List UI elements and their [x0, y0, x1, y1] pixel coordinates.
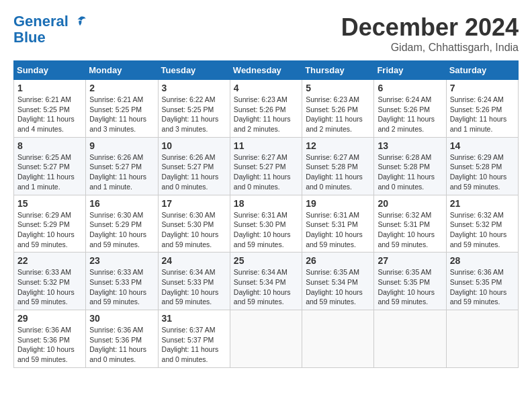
day-info: Sunrise: 6:26 AM Sunset: 5:27 PM Dayligh…	[89, 152, 154, 192]
calendar-cell: 29 Sunrise: 6:36 AM Sunset: 5:36 PM Dayl…	[14, 310, 86, 368]
title-block: December 2024 Gidam, Chhattisgarh, India	[341, 13, 519, 54]
calendar-cell: 8 Sunrise: 6:25 AM Sunset: 5:27 PM Dayli…	[14, 137, 86, 195]
day-number: 5	[306, 83, 370, 93]
calendar-cell	[302, 310, 374, 368]
day-number: 9	[89, 140, 154, 151]
day-info: Sunrise: 6:27 AM Sunset: 5:27 PM Dayligh…	[234, 152, 298, 192]
day-info: Sunrise: 6:29 AM Sunset: 5:28 PM Dayligh…	[450, 152, 515, 192]
calendar-cell: 15 Sunrise: 6:29 AM Sunset: 5:29 PM Dayl…	[14, 195, 86, 253]
day-number: 21	[450, 198, 515, 209]
day-number: 10	[162, 140, 226, 151]
day-number: 2	[89, 83, 154, 93]
day-number: 23	[89, 255, 154, 266]
calendar-cell: 12 Sunrise: 6:27 AM Sunset: 5:28 PM Dayl…	[302, 137, 374, 195]
header-friday: Friday	[374, 61, 446, 80]
header-sunday: Sunday	[14, 61, 86, 80]
calendar-cell	[230, 310, 302, 368]
calendar-cell: 13 Sunrise: 6:28 AM Sunset: 5:28 PM Dayl…	[374, 137, 446, 195]
day-info: Sunrise: 6:26 AM Sunset: 5:27 PM Dayligh…	[162, 152, 226, 192]
day-info: Sunrise: 6:21 AM Sunset: 5:25 PM Dayligh…	[89, 95, 154, 134]
header-tuesday: Tuesday	[158, 61, 230, 80]
day-number: 17	[162, 198, 226, 209]
day-number: 31	[162, 313, 226, 324]
day-number: 19	[306, 198, 370, 209]
calendar-cell: 27 Sunrise: 6:35 AM Sunset: 5:35 PM Dayl…	[374, 253, 446, 310]
page-header: General Blue December 2024 Gidam, Chhatt…	[13, 13, 519, 54]
day-info: Sunrise: 6:30 AM Sunset: 5:30 PM Dayligh…	[162, 210, 226, 250]
calendar-week-row: 8 Sunrise: 6:25 AM Sunset: 5:27 PM Dayli…	[14, 137, 519, 195]
day-info: Sunrise: 6:24 AM Sunset: 5:26 PM Dayligh…	[450, 95, 515, 134]
day-info: Sunrise: 6:34 AM Sunset: 5:33 PM Dayligh…	[162, 267, 226, 307]
day-number: 15	[17, 198, 82, 209]
calendar-cell: 19 Sunrise: 6:31 AM Sunset: 5:31 PM Dayl…	[302, 195, 374, 253]
calendar-cell: 6 Sunrise: 6:24 AM Sunset: 5:26 PM Dayli…	[374, 80, 446, 138]
day-number: 11	[234, 140, 298, 151]
calendar-cell: 9 Sunrise: 6:26 AM Sunset: 5:27 PM Dayli…	[86, 137, 158, 195]
calendar-week-row: 22 Sunrise: 6:33 AM Sunset: 5:32 PM Dayl…	[14, 253, 519, 310]
calendar-cell: 22 Sunrise: 6:33 AM Sunset: 5:32 PM Dayl…	[14, 253, 86, 310]
day-number: 26	[306, 255, 370, 266]
calendar-cell: 16 Sunrise: 6:30 AM Sunset: 5:29 PM Dayl…	[86, 195, 158, 253]
day-number: 22	[17, 255, 82, 266]
day-info: Sunrise: 6:31 AM Sunset: 5:30 PM Dayligh…	[234, 210, 298, 250]
day-number: 6	[378, 83, 442, 93]
calendar-cell: 24 Sunrise: 6:34 AM Sunset: 5:33 PM Dayl…	[158, 253, 230, 310]
day-number: 8	[17, 140, 82, 151]
day-number: 25	[234, 255, 298, 266]
calendar-week-row: 29 Sunrise: 6:36 AM Sunset: 5:36 PM Dayl…	[14, 310, 519, 368]
day-number: 3	[162, 83, 226, 93]
day-info: Sunrise: 6:30 AM Sunset: 5:29 PM Dayligh…	[89, 210, 154, 250]
calendar-cell: 21 Sunrise: 6:32 AM Sunset: 5:32 PM Dayl…	[446, 195, 518, 253]
day-number: 16	[89, 198, 154, 209]
day-info: Sunrise: 6:28 AM Sunset: 5:28 PM Dayligh…	[378, 152, 442, 192]
day-info: Sunrise: 6:35 AM Sunset: 5:35 PM Dayligh…	[378, 267, 442, 307]
day-number: 14	[450, 140, 515, 151]
logo-bird-icon	[73, 15, 87, 30]
day-number: 30	[89, 313, 154, 324]
header-wednesday: Wednesday	[230, 61, 302, 80]
day-number: 1	[17, 83, 82, 93]
day-info: Sunrise: 6:33 AM Sunset: 5:33 PM Dayligh…	[89, 267, 154, 307]
header-thursday: Thursday	[302, 61, 374, 80]
day-number: 4	[234, 83, 298, 93]
calendar-cell: 11 Sunrise: 6:27 AM Sunset: 5:27 PM Dayl…	[230, 137, 302, 195]
day-number: 18	[234, 198, 298, 209]
day-info: Sunrise: 6:22 AM Sunset: 5:25 PM Dayligh…	[162, 95, 226, 134]
month-title: December 2024	[341, 13, 519, 42]
calendar-week-row: 15 Sunrise: 6:29 AM Sunset: 5:29 PM Dayl…	[14, 195, 519, 253]
day-info: Sunrise: 6:37 AM Sunset: 5:37 PM Dayligh…	[162, 325, 226, 365]
logo: General Blue	[13, 13, 87, 46]
day-info: Sunrise: 6:23 AM Sunset: 5:26 PM Dayligh…	[306, 95, 370, 134]
calendar-cell: 26 Sunrise: 6:35 AM Sunset: 5:34 PM Dayl…	[302, 253, 374, 310]
day-info: Sunrise: 6:25 AM Sunset: 5:27 PM Dayligh…	[17, 152, 82, 192]
day-info: Sunrise: 6:36 AM Sunset: 5:36 PM Dayligh…	[17, 325, 82, 365]
day-info: Sunrise: 6:36 AM Sunset: 5:36 PM Dayligh…	[89, 325, 154, 365]
day-info: Sunrise: 6:23 AM Sunset: 5:26 PM Dayligh…	[234, 95, 298, 134]
logo-general: General	[13, 13, 69, 30]
day-info: Sunrise: 6:33 AM Sunset: 5:32 PM Dayligh…	[17, 267, 82, 307]
day-info: Sunrise: 6:32 AM Sunset: 5:31 PM Dayligh…	[378, 210, 442, 250]
day-info: Sunrise: 6:31 AM Sunset: 5:31 PM Dayligh…	[306, 210, 370, 250]
calendar-cell: 23 Sunrise: 6:33 AM Sunset: 5:33 PM Dayl…	[86, 253, 158, 310]
calendar-cell	[374, 310, 446, 368]
calendar-cell: 3 Sunrise: 6:22 AM Sunset: 5:25 PM Dayli…	[158, 80, 230, 138]
calendar-cell: 28 Sunrise: 6:36 AM Sunset: 5:35 PM Dayl…	[446, 253, 518, 310]
day-info: Sunrise: 6:34 AM Sunset: 5:34 PM Dayligh…	[234, 267, 298, 307]
calendar-table: SundayMondayTuesdayWednesdayThursdayFrid…	[13, 60, 519, 368]
day-number: 12	[306, 140, 370, 151]
calendar-header-row: SundayMondayTuesdayWednesdayThursdayFrid…	[14, 61, 519, 80]
calendar-cell: 20 Sunrise: 6:32 AM Sunset: 5:31 PM Dayl…	[374, 195, 446, 253]
day-number: 29	[17, 313, 82, 324]
location-title: Gidam, Chhattisgarh, India	[341, 42, 519, 54]
day-info: Sunrise: 6:21 AM Sunset: 5:25 PM Dayligh…	[17, 95, 82, 134]
logo-blue: Blue	[13, 30, 46, 46]
day-info: Sunrise: 6:36 AM Sunset: 5:35 PM Dayligh…	[450, 267, 515, 307]
calendar-cell: 25 Sunrise: 6:34 AM Sunset: 5:34 PM Dayl…	[230, 253, 302, 310]
day-number: 28	[450, 255, 515, 266]
calendar-cell	[446, 310, 518, 368]
day-number: 27	[378, 255, 442, 266]
day-number: 20	[378, 198, 442, 209]
calendar-cell: 2 Sunrise: 6:21 AM Sunset: 5:25 PM Dayli…	[86, 80, 158, 138]
calendar-cell: 18 Sunrise: 6:31 AM Sunset: 5:30 PM Dayl…	[230, 195, 302, 253]
day-number: 24	[162, 255, 226, 266]
